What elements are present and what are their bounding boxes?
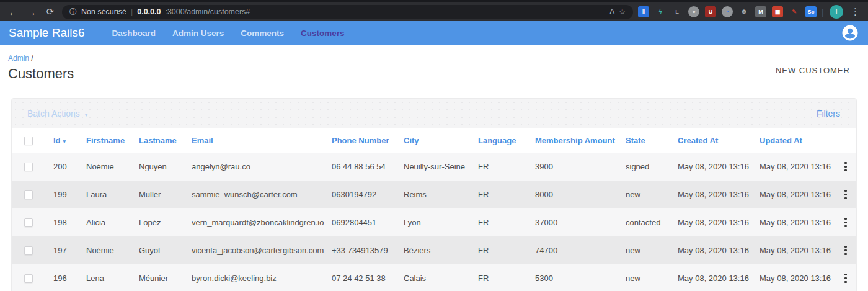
page-title: Customers (8, 66, 854, 82)
column-label: Lastname (139, 136, 177, 145)
l-extension-icon[interactable]: L (671, 6, 683, 17)
brand-logo[interactable]: Sample Rails6 (9, 26, 85, 40)
app-navbar: Sample Rails6 DashboardAdmin UsersCommen… (0, 21, 868, 45)
filters-button[interactable]: Filters (817, 109, 840, 119)
column-label: Updated At (760, 136, 802, 145)
translate-icon[interactable]: A (609, 7, 614, 16)
row-actions-button[interactable] (841, 186, 851, 203)
browser-profile-avatar[interactable]: I (830, 5, 843, 19)
browser-menu-icon[interactable]: ⋮ (849, 6, 862, 17)
cell-lastname: Guyot (139, 236, 192, 264)
select-all-checkbox[interactable] (24, 137, 33, 145)
column-header-city[interactable]: City (404, 128, 478, 153)
column-header-state[interactable]: State (626, 128, 678, 153)
cell-membership: 3900 (535, 153, 626, 181)
cell-state: new (626, 264, 678, 291)
url-divider: | (131, 7, 133, 16)
new-customer-button[interactable]: NEW CUSTOMER (772, 65, 854, 76)
row-checkbox[interactable] (24, 190, 33, 199)
cell-updated: May 08, 2020 13:16 (760, 236, 834, 264)
grid-extension-icon[interactable]: ▦ (772, 6, 783, 17)
browser-forward-button[interactable]: → (25, 7, 38, 17)
column-header-phone[interactable]: Phone Number (332, 128, 404, 153)
cell-language: FR (478, 208, 535, 236)
batch-actions-label: Batch Actions (27, 109, 80, 119)
figure-extension-icon[interactable]: ϟ (655, 6, 666, 17)
row-checkbox[interactable] (24, 274, 33, 283)
cell-email: vern_marquardt@zboncaklindgren.io (192, 208, 332, 236)
table-row[interactable]: 196LenaMéunierbyron.dicki@keeling.biz07 … (12, 264, 857, 291)
row-actions-button[interactable] (841, 158, 851, 175)
nav-item-dashboard[interactable]: Dashboard (112, 29, 156, 38)
column-header-email[interactable]: Email (192, 128, 332, 153)
breadcrumb: Admin / (8, 54, 854, 63)
pen-extension-icon[interactable]: ✎ (789, 6, 800, 17)
cell-phone: 07 24 42 51 38 (332, 264, 404, 291)
shield-extension-icon[interactable]: U (705, 6, 716, 17)
table-row[interactable]: 199LauraMullersammie_wunsch@carter.com06… (12, 181, 857, 208)
cell-created: May 08, 2020 13:16 (678, 236, 760, 264)
bookmark-star-icon[interactable]: ☆ (619, 7, 626, 16)
column-header-lastname[interactable]: Lastname (139, 128, 192, 153)
cell-firstname: Noémie (86, 236, 139, 264)
batch-actions-button[interactable]: Batch Actions ▾ (27, 109, 87, 119)
cell-select (12, 181, 53, 208)
nav-item-customers[interactable]: Customers (301, 29, 345, 38)
cell-lastname: Méunier (139, 264, 192, 291)
sc-extension-icon[interactable]: Sc (805, 6, 817, 17)
table-toolbar: Batch Actions ▾ Filters (12, 99, 856, 128)
browser-reload-button[interactable]: ⟳ (43, 6, 57, 17)
row-checkbox[interactable] (24, 246, 33, 255)
browser-back-button[interactable]: ← (6, 7, 20, 17)
column-header-firstname[interactable]: Firstname (86, 128, 139, 153)
cell-city: Neuilly-sur-Seine (404, 153, 478, 181)
row-checkbox[interactable] (24, 218, 33, 227)
row-actions-button[interactable] (841, 242, 851, 259)
trello-extension-icon[interactable]: ‖ (638, 6, 649, 17)
column-header-id[interactable]: Id▾ (53, 128, 86, 153)
column-header-created[interactable]: Created At (678, 128, 760, 153)
cell-state: contacted (626, 208, 678, 236)
cell-language: FR (478, 181, 535, 208)
address-bar[interactable]: ⓘ Non sécurisé | 0.0.0.0 :3000/admin/cus… (62, 5, 633, 19)
table-row[interactable]: 197NoémieGuyotvicenta_jacobson@cartergib… (12, 236, 857, 264)
cell-select (12, 264, 53, 291)
nav-item-comments[interactable]: Comments (241, 29, 284, 38)
cell-phone: 0630194792 (332, 181, 404, 208)
page-header: Admin / Customers NEW CUSTOMER (0, 45, 868, 98)
row-actions-button[interactable] (841, 270, 851, 287)
cell-phone: 06 44 88 56 54 (332, 153, 404, 181)
table-row[interactable]: 198AliciaLopézvern_marquardt@zboncaklind… (12, 208, 857, 236)
cell-updated: May 08, 2020 13:16 (760, 181, 834, 208)
table-head: Id▾FirstnameLastnameEmailPhone NumberCit… (12, 128, 857, 153)
column-header-membership[interactable]: Membership Amount (535, 128, 626, 153)
column-label: Created At (678, 136, 718, 145)
cell-membership: 37000 (535, 208, 626, 236)
column-header-updated[interactable]: Updated At (760, 128, 834, 153)
cell-select (12, 236, 53, 264)
nav-item-admin-users[interactable]: Admin Users (172, 29, 224, 38)
table-row[interactable]: 200NoémieNguyenangelyn@rau.co06 44 88 56… (12, 153, 857, 181)
cell-city: Lyon (404, 208, 478, 236)
cell-actions (834, 181, 857, 208)
cell-state: signed (626, 153, 678, 181)
column-header-language[interactable]: Language (478, 128, 535, 153)
camera-extension-icon[interactable]: ● (688, 6, 699, 17)
user-avatar-icon[interactable] (841, 24, 859, 42)
column-label: Phone Number (332, 136, 389, 145)
m-extension-icon[interactable]: M (755, 6, 766, 17)
info-icon[interactable]: ⓘ (69, 7, 77, 17)
cell-email: byron.dicki@keeling.biz (192, 264, 332, 291)
cell-updated: May 08, 2020 13:16 (760, 264, 834, 291)
security-label: Non sécurisé (81, 7, 126, 16)
circle-extension-icon[interactable]: ◔ (722, 6, 733, 17)
cell-firstname: Alicia (86, 208, 139, 236)
gear-extension-icon[interactable]: ⚙ (738, 6, 750, 17)
breadcrumb-admin-link[interactable]: Admin (8, 54, 29, 63)
cell-created: May 08, 2020 13:16 (678, 264, 760, 291)
row-actions-button[interactable] (841, 214, 851, 231)
nav-menu: DashboardAdmin UsersCommentsCustomers (112, 29, 345, 38)
cell-lastname: Muller (139, 181, 192, 208)
row-checkbox[interactable] (24, 163, 33, 171)
cell-id: 200 (53, 153, 86, 181)
